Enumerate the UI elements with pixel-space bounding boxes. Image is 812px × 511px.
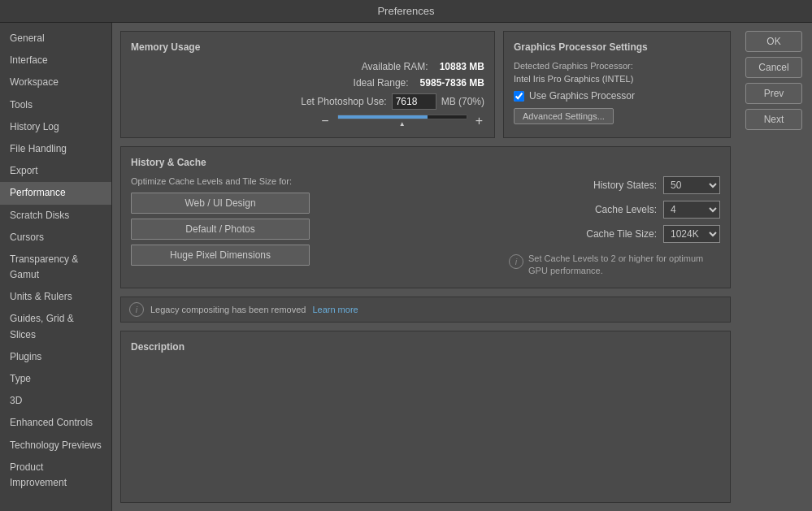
memory-usage-title: Memory Usage	[131, 41, 484, 53]
gpu-name: Intel Iris Pro Graphics (INTEL)	[514, 74, 720, 84]
sidebar-item-type[interactable]: Type	[0, 368, 111, 390]
history-states-select[interactable]: 20 50 100 200	[663, 176, 720, 194]
history-states-label: History States:	[593, 180, 657, 191]
title-label: Preferences	[377, 5, 434, 17]
memory-slider-fill	[338, 115, 428, 119]
prev-button[interactable]: Prev	[745, 83, 802, 104]
legacy-info-icon: i	[129, 302, 144, 317]
gpu-settings-panel: Graphics Processor Settings Detected Gra…	[503, 31, 731, 138]
gpu-hint-icon: i	[509, 254, 523, 269]
cancel-button[interactable]: Cancel	[745, 57, 802, 78]
ok-button[interactable]: OK	[745, 31, 802, 52]
cache-levels-select[interactable]: 1 2 4 6 8	[663, 201, 720, 219]
sidebar-item-technology-previews[interactable]: Technology Previews	[0, 435, 111, 457]
slider-arrow: ▲	[399, 120, 406, 128]
description-panel: Description	[120, 331, 731, 503]
description-title: Description	[131, 341, 720, 353]
sidebar-item-3d[interactable]: 3D	[0, 390, 111, 412]
legacy-row: i Legacy compositing has been removed Le…	[120, 297, 731, 323]
sidebar-item-interface[interactable]: Interface	[0, 50, 111, 71]
hc-subtitle: Optimize Cache Levels and Tile Size for:	[131, 176, 493, 186]
history-states-row: History States: 20 50 100 200	[509, 176, 720, 194]
action-buttons: OK Cancel Prev Next	[739, 23, 812, 511]
advanced-settings-btn[interactable]: Advanced Settings...	[514, 108, 614, 124]
photoshop-use-label: Let Photoshop Use:	[301, 96, 386, 107]
available-ram-value: 10883 MB	[440, 61, 484, 72]
web-ui-design-btn[interactable]: Web / UI Design	[131, 193, 310, 214]
available-ram-label: Available RAM:	[362, 61, 428, 72]
content-area: Memory Usage Available RAM: 10883 MB Ide…	[112, 23, 739, 511]
sidebar-item-enhanced-controls[interactable]: Enhanced Controls	[0, 412, 111, 434]
sidebar-item-product-improvement[interactable]: Product Improvement	[0, 457, 111, 494]
sidebar-item-general[interactable]: General	[0, 28, 111, 50]
ideal-range-value: 5985-7836 MB	[420, 77, 484, 89]
sidebar-item-plugins[interactable]: Plugins	[0, 346, 111, 368]
title-bar: Preferences	[0, 0, 812, 23]
cache-levels-label: Cache Levels:	[595, 204, 657, 215]
sidebar-item-file-handling[interactable]: File Handling	[0, 138, 111, 160]
memory-unit: MB (70%)	[441, 96, 484, 107]
cache-levels-row: Cache Levels: 1 2 4 6 8	[509, 201, 720, 219]
cache-tile-size-label: Cache Tile Size:	[586, 228, 657, 240]
use-gpu-checkbox[interactable]	[514, 91, 524, 102]
huge-pixel-btn[interactable]: Huge Pixel Dimensions	[131, 245, 310, 266]
sidebar-item-export[interactable]: Export	[0, 160, 111, 182]
history-cache-panel: History & Cache Optimize Cache Levels an…	[120, 146, 731, 288]
sidebar-item-scratch-disks[interactable]: Scratch Disks	[0, 205, 111, 227]
memory-usage-panel: Memory Usage Available RAM: 10883 MB Ide…	[120, 31, 495, 138]
sidebar: GeneralInterfaceWorkspaceToolsHistory Lo…	[0, 23, 112, 511]
gpu-hint: i Set Cache Levels to 2 or higher for op…	[509, 253, 720, 278]
ideal-range-label: Ideal Range:	[354, 77, 409, 89]
sidebar-item-history-log[interactable]: History Log	[0, 116, 111, 138]
history-cache-title: History & Cache	[131, 157, 720, 168]
next-button[interactable]: Next	[745, 109, 802, 130]
sidebar-item-performance[interactable]: Performance	[0, 182, 111, 204]
memory-slider-track	[337, 115, 467, 119]
memory-decrease-btn[interactable]: −	[319, 115, 330, 128]
sidebar-item-tools[interactable]: Tools	[0, 94, 111, 116]
sidebar-item-workspace[interactable]: Workspace	[0, 71, 111, 93]
sidebar-item-transparency-gamut[interactable]: Transparency & Gamut	[0, 249, 111, 286]
memory-value-input[interactable]	[392, 93, 436, 110]
memory-increase-btn[interactable]: +	[474, 115, 484, 128]
default-photos-btn[interactable]: Default / Photos	[131, 219, 310, 240]
sidebar-item-guides-grid[interactable]: Guides, Grid & Slices	[0, 308, 111, 345]
hc-right: History States: 20 50 100 200 Cache Leve…	[509, 176, 720, 278]
gpu-settings-title: Graphics Processor Settings	[514, 41, 720, 53]
detected-gpu-label: Detected Graphics Processor:	[514, 61, 720, 71]
learn-more-link[interactable]: Learn more	[312, 305, 358, 314]
cache-tile-size-select[interactable]: 128K 256K 512K 1024K	[663, 225, 720, 243]
sidebar-item-units-rulers[interactable]: Units & Rulers	[0, 286, 111, 308]
legacy-text: Legacy compositing has been removed	[150, 305, 306, 314]
sidebar-item-cursors[interactable]: Cursors	[0, 227, 111, 249]
memory-slider-container[interactable]: ▲	[337, 115, 467, 128]
gpu-hint-text: Set Cache Levels to 2 or higher for opti…	[528, 253, 720, 278]
cache-tile-size-row: Cache Tile Size: 128K 256K 512K 1024K	[509, 225, 720, 243]
hc-left: Optimize Cache Levels and Tile Size for:…	[131, 176, 493, 278]
use-gpu-label: Use Graphics Processor	[529, 90, 635, 102]
use-gpu-row: Use Graphics Processor	[514, 90, 720, 102]
